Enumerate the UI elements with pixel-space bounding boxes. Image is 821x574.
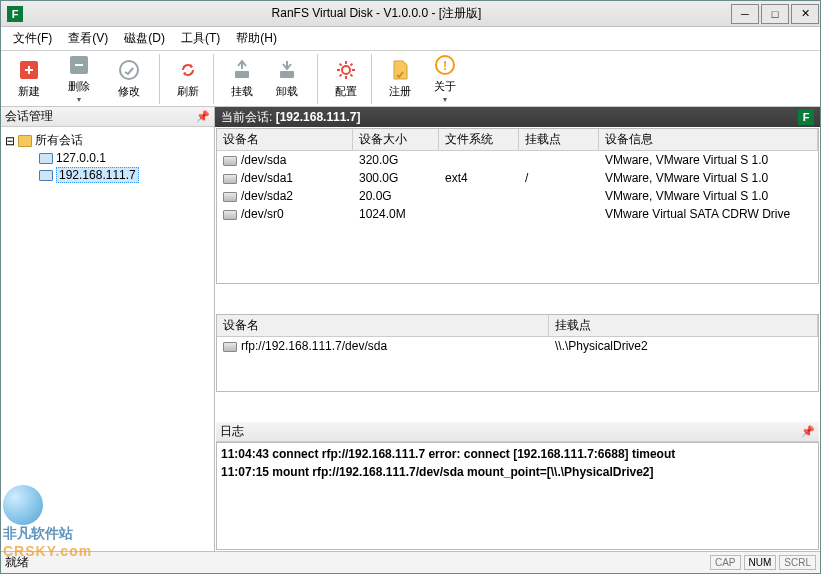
cap-indicator: CAP — [710, 555, 741, 570]
device-list: 设备名 设备大小 文件系统 挂载点 设备信息 /dev/sda320.0GVMw… — [216, 128, 819, 284]
window-controls: ─ □ ✕ — [730, 2, 820, 26]
pin-icon[interactable]: 📌 — [196, 110, 210, 123]
disk-icon — [223, 342, 237, 352]
col-name[interactable]: 设备名 — [217, 315, 549, 336]
disk-icon — [223, 210, 237, 220]
app-icon: F — [7, 6, 23, 22]
col-info[interactable]: 设备信息 — [599, 129, 818, 150]
device-list-body[interactable]: /dev/sda320.0GVMware, VMware Virtual S 1… — [217, 151, 818, 223]
refresh-icon — [176, 58, 200, 82]
num-indicator: NUM — [744, 555, 777, 570]
register-button[interactable]: 注册 — [371, 54, 419, 104]
table-row[interactable]: /dev/sda220.0GVMware, VMware Virtual S 1… — [217, 187, 818, 205]
tree-root-label: 所有会话 — [35, 132, 83, 149]
close-button[interactable]: ✕ — [791, 4, 819, 24]
minimize-button[interactable]: ─ — [731, 4, 759, 24]
session-tree[interactable]: ⊟ 所有会话 127.0.0.1 192.168.111.7 — [1, 127, 214, 551]
col-size[interactable]: 设备大小 — [353, 129, 439, 150]
maximize-button[interactable]: □ — [761, 4, 789, 24]
unmount-button[interactable]: 卸载 — [263, 54, 311, 104]
svg-rect-4 — [280, 71, 294, 78]
menu-tool[interactable]: 工具(T) — [173, 27, 228, 50]
mount-icon — [230, 58, 254, 82]
status-indicators: CAP NUM SCRL — [710, 555, 816, 570]
col-fs[interactable]: 文件系统 — [439, 129, 519, 150]
main-area: 会话管理 📌 ⊟ 所有会话 127.0.0.1 192.168.111.7 当前… — [1, 107, 820, 551]
mount-list-body[interactable]: rfp://192.168.111.7/dev/sda\\.\PhysicalD… — [217, 337, 818, 355]
menu-help[interactable]: 帮助(H) — [228, 27, 285, 50]
table-row[interactable]: /dev/sr01024.0MVMware Virtual SATA CDRW … — [217, 205, 818, 223]
about-button[interactable]: ! 关于 ▾ — [421, 54, 469, 104]
toolbar: 新建 删除 ▾ 修改 刷新 挂载 卸载 配置 注册 ! 关于 ▾ — [1, 51, 820, 107]
about-icon: ! — [433, 53, 457, 77]
menu-bar: 文件(F) 查看(V) 磁盘(D) 工具(T) 帮助(H) — [1, 27, 820, 51]
svg-text:!: ! — [443, 59, 447, 73]
log-title: 日志 — [220, 423, 244, 440]
svg-point-5 — [342, 66, 350, 74]
log-line: 11:07:15 mount rfp://192.168.111.7/dev/s… — [221, 463, 814, 481]
log-header: 日志 📌 — [216, 422, 819, 442]
col-mount[interactable]: 挂载点 — [549, 315, 818, 336]
status-ready: 就绪 — [5, 554, 29, 571]
log-line: 11:04:43 connect rfp://192.168.111.7 err… — [221, 445, 814, 463]
folder-icon — [18, 135, 32, 147]
title-bar: F RanFS Virtual Disk - V1.0.0.0 - [注册版] … — [1, 1, 820, 27]
svg-rect-3 — [235, 71, 249, 78]
modify-icon — [117, 58, 141, 82]
pin-icon[interactable]: 📌 — [801, 425, 815, 438]
config-button[interactable]: 配置 — [317, 54, 365, 104]
tree-node-label: 127.0.0.1 — [56, 151, 106, 165]
disk-icon — [223, 192, 237, 202]
gear-icon — [334, 58, 358, 82]
mount-list-header: 设备名 挂载点 — [217, 315, 818, 337]
menu-disk[interactable]: 磁盘(D) — [116, 27, 173, 50]
register-icon — [388, 58, 412, 82]
log-body[interactable]: 11:04:43 connect rfp://192.168.111.7 err… — [216, 442, 819, 550]
svg-point-2 — [120, 61, 138, 79]
computer-icon — [39, 153, 53, 164]
delete-icon — [67, 53, 91, 77]
session-value: [192.168.111.7] — [276, 110, 361, 124]
delete-button[interactable]: 删除 ▾ — [55, 54, 103, 104]
status-bar: 就绪 CAP NUM SCRL — [1, 551, 820, 573]
chevron-down-icon: ▾ — [77, 95, 81, 104]
modify-button[interactable]: 修改 — [105, 54, 153, 104]
chevron-down-icon: ▾ — [443, 95, 447, 104]
new-icon — [17, 58, 41, 82]
new-button[interactable]: 新建 — [5, 54, 53, 104]
session-bar: 当前会话: [192.168.111.7] F — [215, 107, 820, 127]
table-row[interactable]: /dev/sda1300.0Gext4/VMware, VMware Virtu… — [217, 169, 818, 187]
col-name[interactable]: 设备名 — [217, 129, 353, 150]
tree-node-label: 192.168.111.7 — [56, 167, 139, 183]
log-section: 日志 📌 11:04:43 connect rfp://192.168.111.… — [216, 422, 819, 550]
menu-view[interactable]: 查看(V) — [60, 27, 116, 50]
scrl-indicator: SCRL — [779, 555, 816, 570]
right-pane: 当前会话: [192.168.111.7] F 设备名 设备大小 文件系统 挂载… — [215, 107, 820, 551]
computer-icon — [39, 170, 53, 181]
table-row[interactable]: rfp://192.168.111.7/dev/sda\\.\PhysicalD… — [217, 337, 818, 355]
collapse-icon[interactable]: ⊟ — [5, 134, 15, 148]
session-label: 当前会话: — [221, 110, 272, 124]
sidebar: 会话管理 📌 ⊟ 所有会话 127.0.0.1 192.168.111.7 — [1, 107, 215, 551]
sidebar-title: 会话管理 — [5, 108, 53, 125]
disk-icon — [223, 156, 237, 166]
window-title: RanFS Virtual Disk - V1.0.0.0 - [注册版] — [23, 5, 730, 22]
unmount-icon — [275, 58, 299, 82]
session-badge-icon: F — [798, 109, 814, 125]
disk-icon — [223, 174, 237, 184]
tree-root[interactable]: ⊟ 所有会话 — [5, 131, 210, 150]
refresh-button[interactable]: 刷新 — [159, 54, 207, 104]
device-list-header: 设备名 设备大小 文件系统 挂载点 设备信息 — [217, 129, 818, 151]
mount-list: 设备名 挂载点 rfp://192.168.111.7/dev/sda\\.\P… — [216, 314, 819, 392]
menu-file[interactable]: 文件(F) — [5, 27, 60, 50]
table-row[interactable]: /dev/sda320.0GVMware, VMware Virtual S 1… — [217, 151, 818, 169]
mount-button[interactable]: 挂载 — [213, 54, 261, 104]
tree-node-1[interactable]: 192.168.111.7 — [5, 166, 210, 184]
tree-node-0[interactable]: 127.0.0.1 — [5, 150, 210, 166]
sidebar-header: 会话管理 📌 — [1, 107, 214, 127]
col-mount[interactable]: 挂载点 — [519, 129, 599, 150]
